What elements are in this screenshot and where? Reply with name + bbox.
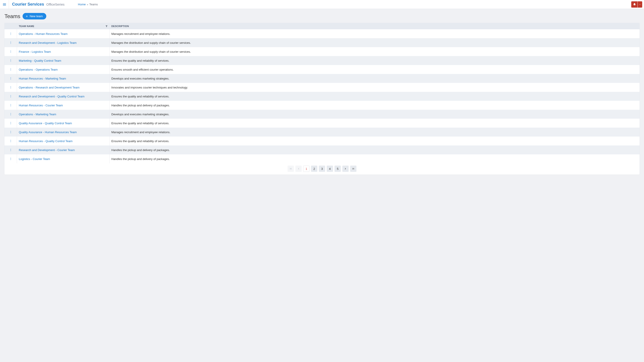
svg-point-14 xyxy=(10,70,11,71)
row-actions-button[interactable] xyxy=(4,47,17,56)
svg-point-3 xyxy=(10,41,11,42)
row-description-cell: Ensures the quality and reliability of s… xyxy=(110,92,640,101)
team-link[interactable]: Operations - Research and Development Te… xyxy=(19,86,80,89)
row-actions-button[interactable] xyxy=(4,110,17,119)
row-team-name-cell: Research and Development - Logistics Tea… xyxy=(17,38,110,47)
breadcrumb: Home » Teams xyxy=(78,3,98,6)
row-actions-button[interactable] xyxy=(4,74,17,83)
more-vertical-icon xyxy=(9,139,12,143)
row-team-name-cell: Operations - Human Resources Team xyxy=(17,29,110,38)
row-actions-button[interactable] xyxy=(4,119,17,128)
svg-point-7 xyxy=(10,51,11,52)
row-actions-button[interactable] xyxy=(4,137,17,145)
svg-point-26 xyxy=(10,106,11,106)
row-actions-button[interactable] xyxy=(4,65,17,74)
team-link[interactable]: Operations - Human Resources Team xyxy=(19,32,68,35)
row-description-cell: Manages the distribution and supply chai… xyxy=(110,47,640,56)
row-actions-button[interactable] xyxy=(4,29,17,38)
svg-point-24 xyxy=(10,104,11,105)
page-number-button[interactable]: 3 xyxy=(319,166,325,172)
svg-point-43 xyxy=(10,159,11,159)
team-link[interactable]: Quality Assurance - Quality Control Team xyxy=(19,122,72,125)
new-team-button[interactable]: New team xyxy=(22,13,46,19)
team-link[interactable]: Human Resources - Quality Control Team xyxy=(19,139,72,143)
row-description-cell: Manages recruitment and employee relatio… xyxy=(110,29,640,38)
table-row: Operations - Research and Development Te… xyxy=(4,83,640,92)
team-link[interactable]: Finance - Logistics Team xyxy=(19,50,51,53)
chevron-first-icon xyxy=(289,167,292,170)
row-description-cell: Ensures the quality and reliability of s… xyxy=(110,119,640,128)
svg-point-19 xyxy=(10,87,11,88)
table-row: Logistics - Courier TeamHandles the pick… xyxy=(4,154,640,163)
svg-point-27 xyxy=(10,113,11,113)
row-actions-button[interactable] xyxy=(4,92,17,101)
team-link[interactable]: Research and Development - Logistics Tea… xyxy=(19,41,76,44)
row-team-name-cell: Research and Development - Quality Contr… xyxy=(17,92,110,101)
svg-point-15 xyxy=(10,77,11,78)
more-vertical-icon xyxy=(9,59,12,62)
filter-button[interactable] xyxy=(105,25,108,28)
chevron-last-icon xyxy=(352,167,355,170)
filter-icon xyxy=(105,25,108,28)
svg-point-10 xyxy=(10,60,11,61)
breadcrumb-home[interactable]: Home xyxy=(78,3,86,6)
topbar: Courier Services OfficeSeries Home » Tea… xyxy=(0,0,644,9)
team-link[interactable]: Human Resources - Marketing Team xyxy=(19,77,66,80)
page-number-button[interactable]: 5 xyxy=(334,166,341,172)
column-description[interactable]: DESCRIPTION xyxy=(110,25,640,27)
row-actions-button[interactable] xyxy=(4,101,17,110)
brand-title[interactable]: Courier Services xyxy=(12,2,44,7)
page-number-button[interactable]: 4 xyxy=(327,166,333,172)
page-last-button[interactable] xyxy=(350,166,356,172)
team-link[interactable]: Human Resources - Courier Team xyxy=(19,104,63,107)
team-link[interactable]: Operations - Marketing Team xyxy=(19,113,56,116)
chevron-right-icon xyxy=(344,167,347,170)
column-team-name[interactable]: TEAM NAME xyxy=(17,25,110,28)
table-row: Research and Development - Courier TeamH… xyxy=(4,145,640,154)
svg-point-1 xyxy=(10,33,11,34)
bell-icon xyxy=(633,3,636,6)
svg-point-17 xyxy=(10,79,11,79)
row-description-cell: Handles the pickup and delivery of packa… xyxy=(110,154,640,163)
table-row: Operations - Marketing TeamDevelops and … xyxy=(4,110,640,119)
menu-button[interactable] xyxy=(0,0,9,9)
row-actions-button[interactable] xyxy=(4,83,17,92)
page-number-button[interactable]: 2 xyxy=(311,166,317,172)
team-link[interactable]: Research and Development - Quality Contr… xyxy=(19,95,84,98)
team-link[interactable]: Research and Development - Courier Team xyxy=(19,148,75,152)
row-team-name-cell: Operations - Operations Team xyxy=(17,65,110,74)
row-actions-button[interactable] xyxy=(4,128,17,137)
row-description-cell: Handles the pickup and delivery of packa… xyxy=(110,101,640,110)
svg-point-36 xyxy=(10,140,11,140)
notifications-dropdown[interactable] xyxy=(638,1,642,7)
table-row: Operations - Operations TeamEnsures smoo… xyxy=(4,65,640,74)
page-next-button[interactable] xyxy=(342,166,348,172)
table-row: Finance - Logistics TeamManages the dist… xyxy=(4,47,640,56)
svg-point-42 xyxy=(10,158,11,158)
svg-point-38 xyxy=(10,142,11,142)
row-team-name-cell: Finance - Logistics Team xyxy=(17,47,110,56)
row-actions-button[interactable] xyxy=(4,38,17,47)
row-actions-button[interactable] xyxy=(4,154,17,163)
svg-point-37 xyxy=(10,141,11,141)
breadcrumb-current: Teams xyxy=(89,3,98,6)
svg-point-30 xyxy=(10,122,11,122)
row-team-name-cell: Human Resources - Quality Control Team xyxy=(17,137,110,145)
svg-point-41 xyxy=(10,151,11,151)
row-actions-button[interactable] xyxy=(4,56,17,65)
team-link[interactable]: Operations - Operations Team xyxy=(19,68,58,71)
more-vertical-icon xyxy=(9,86,12,89)
row-team-name-cell: Logistics - Courier Team xyxy=(17,154,110,163)
team-link[interactable]: Logistics - Courier Team xyxy=(19,157,50,161)
notifications-button[interactable] xyxy=(631,1,638,7)
team-link[interactable]: Marketing - Quality Control Team xyxy=(19,59,61,62)
page-number-button[interactable]: 1 xyxy=(303,166,310,172)
table-body: Operations - Human Resources TeamManages… xyxy=(4,29,640,163)
team-link[interactable]: Quality Assurance - Human Resources Team xyxy=(19,130,77,134)
row-description-cell: Ensures smooth and efficient courier ope… xyxy=(110,65,640,74)
row-actions-button[interactable] xyxy=(4,145,17,154)
svg-point-12 xyxy=(10,68,11,69)
row-description-cell: Manages the distribution and supply chai… xyxy=(110,38,640,47)
row-description-cell: Develops and executes marketing strategi… xyxy=(110,110,640,119)
table-row: Operations - Human Resources TeamManages… xyxy=(4,29,640,38)
